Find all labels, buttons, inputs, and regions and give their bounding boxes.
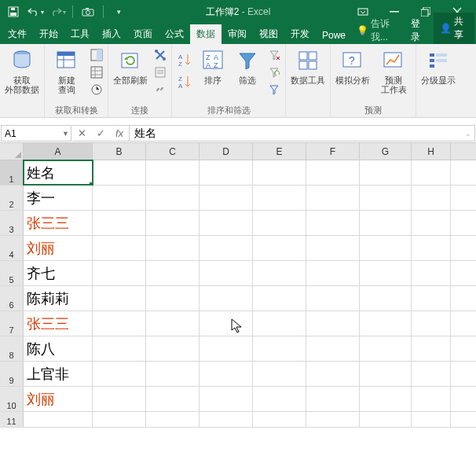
edit-links-icon[interactable] [152, 82, 168, 97]
cell-F2[interactable] [306, 186, 360, 210]
cell-A6[interactable]: 陈莉莉 [24, 286, 93, 311]
cell-H11[interactable] [412, 412, 451, 427]
tab-insert[interactable]: 插入 [96, 24, 127, 44]
cell-D9[interactable] [200, 362, 253, 386]
cell-E2[interactable] [253, 186, 306, 210]
expand-formula-icon[interactable]: ⌄ [465, 130, 471, 138]
cell-G2[interactable] [360, 186, 412, 210]
cell-A3[interactable]: 张三三 [24, 211, 93, 235]
cell-C3[interactable] [146, 211, 200, 235]
cell-B8[interactable] [93, 336, 146, 361]
share-button[interactable]: 👤共享 [434, 13, 474, 44]
cell-C6[interactable] [146, 286, 200, 311]
cell-B10[interactable] [93, 387, 146, 411]
cell-H5[interactable] [412, 261, 451, 285]
tab-review[interactable]: 审阅 [222, 24, 253, 44]
cell-B4[interactable] [93, 236, 146, 260]
undo-icon[interactable]: ▾ [25, 2, 46, 21]
cell-B9[interactable] [93, 362, 146, 386]
cell-F8[interactable] [306, 336, 360, 361]
forecast-sheet-button[interactable]: 预测 工作表 [375, 46, 412, 94]
cell-E6[interactable] [253, 286, 306, 311]
row-header-4[interactable]: 4 [0, 236, 24, 260]
cell-G7[interactable] [360, 311, 412, 336]
cell-F5[interactable] [306, 261, 360, 285]
cell-A8[interactable]: 陈八 [24, 336, 93, 361]
cell-D10[interactable] [200, 387, 253, 411]
filter-button[interactable]: 筛选 [232, 46, 263, 85]
column-header-C[interactable]: C [146, 143, 200, 160]
formula-input[interactable]: 姓名 ⌄ [130, 125, 475, 141]
cell-B1[interactable] [93, 160, 146, 185]
column-header-D[interactable]: D [200, 143, 253, 160]
cell-E10[interactable] [253, 387, 306, 411]
cell-G10[interactable] [360, 387, 412, 411]
cell-F6[interactable] [306, 286, 360, 311]
cell-G6[interactable] [360, 286, 412, 311]
cell-D5[interactable] [200, 261, 253, 285]
cell-D2[interactable] [200, 186, 253, 210]
cell-D11[interactable] [200, 412, 253, 427]
cell-G11[interactable] [360, 412, 412, 427]
cell-H6[interactable] [412, 286, 451, 311]
row-header-9[interactable]: 9 [0, 362, 24, 386]
row-header-3[interactable]: 3 [0, 211, 24, 235]
cell-B6[interactable] [93, 286, 146, 311]
sort-asc-icon[interactable]: AZ [175, 50, 194, 69]
enter-formula-icon[interactable]: ✓ [91, 127, 110, 139]
recent-sources-icon[interactable] [89, 82, 104, 97]
cell-D3[interactable] [200, 211, 253, 235]
cell-E11[interactable] [253, 412, 306, 427]
tab-power[interactable]: Powe [316, 27, 352, 44]
cell-D1[interactable] [200, 160, 253, 185]
tab-tools[interactable]: 工具 [64, 24, 96, 44]
row-header-5[interactable]: 5 [0, 261, 24, 285]
cell-A11[interactable] [24, 412, 93, 427]
cell-F11[interactable] [306, 412, 360, 427]
show-queries-icon[interactable] [89, 47, 104, 63]
column-header-H[interactable]: H [412, 143, 451, 160]
cell-G3[interactable] [360, 211, 412, 235]
cell-F3[interactable] [306, 211, 360, 235]
cell-B5[interactable] [93, 261, 146, 285]
sort-button[interactable]: ZAAZ 排序 [197, 46, 229, 85]
redo-icon[interactable]: ▾ [47, 2, 68, 21]
select-all-button[interactable] [0, 143, 24, 160]
cell-E1[interactable] [253, 160, 306, 185]
advanced-filter-icon[interactable] [266, 82, 282, 97]
from-table-icon[interactable] [89, 64, 104, 80]
cell-F10[interactable] [306, 387, 360, 411]
row-header-8[interactable]: 8 [0, 336, 24, 361]
column-header-G[interactable]: G [360, 143, 412, 160]
cell-A10[interactable]: 刘丽 [24, 387, 93, 411]
cell-E9[interactable] [253, 362, 306, 386]
cell-B3[interactable] [93, 211, 146, 235]
cell-C7[interactable] [146, 311, 200, 336]
column-header-E[interactable]: E [253, 143, 306, 160]
column-header-A[interactable]: A [24, 143, 93, 160]
column-header-B[interactable]: B [93, 143, 146, 160]
cell-B2[interactable] [93, 186, 146, 210]
cell-H7[interactable] [412, 311, 451, 336]
name-box[interactable]: A1 ▼ [1, 125, 71, 141]
cell-E3[interactable] [253, 211, 306, 235]
cell-C10[interactable] [146, 387, 200, 411]
camera-icon[interactable] [78, 2, 98, 21]
cell-H2[interactable] [412, 186, 451, 210]
whatif-button[interactable]: ? 模拟分析 [334, 46, 372, 85]
cell-G1[interactable] [360, 160, 412, 185]
cell-A5[interactable]: 齐七 [24, 261, 93, 285]
cell-C11[interactable] [146, 412, 200, 427]
row-header-10[interactable]: 10 [0, 387, 24, 411]
cell-C8[interactable] [146, 336, 200, 361]
cell-E5[interactable] [253, 261, 306, 285]
cell-G8[interactable] [360, 336, 412, 361]
row-header-6[interactable]: 6 [0, 286, 24, 311]
cell-A7[interactable]: 张三三 [24, 311, 93, 336]
outline-button[interactable]: 分级显示 [419, 46, 457, 85]
cell-A4[interactable]: 刘丽 [24, 236, 93, 260]
tab-formula[interactable]: 公式 [159, 24, 190, 44]
cell-C4[interactable] [146, 236, 200, 260]
cancel-formula-icon[interactable]: ✕ [72, 127, 91, 139]
cell-G5[interactable] [360, 261, 412, 285]
